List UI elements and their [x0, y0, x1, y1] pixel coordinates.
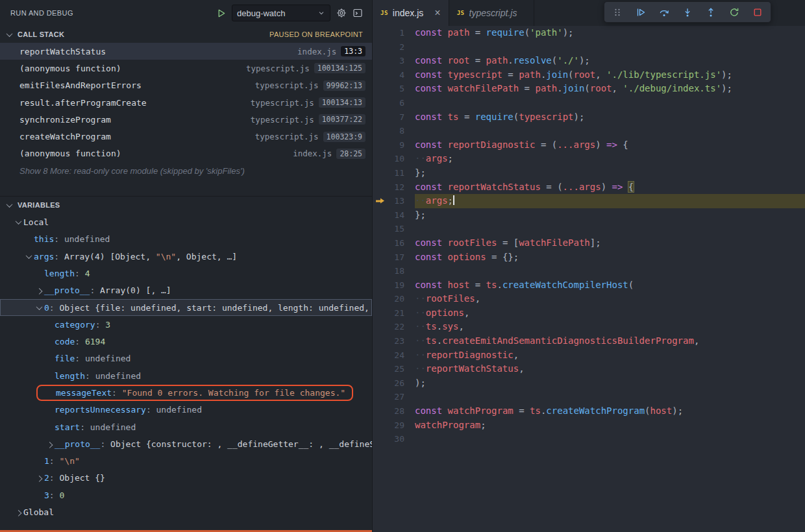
code-line[interactable]: 15: [373, 222, 805, 236]
code-line[interactable]: 7const ts = require(typescript);: [373, 110, 805, 125]
code-line[interactable]: 9const reportDiagnostic = (...args) => {: [373, 138, 805, 152]
variable-row[interactable]: reportsUnnecessary: undefined: [0, 402, 372, 418]
start-debug-button[interactable]: [216, 8, 226, 18]
gutter[interactable]: 7: [373, 110, 415, 125]
drag-handle-icon[interactable]: [606, 3, 629, 21]
scope-row[interactable]: Global: [0, 503, 372, 520]
gutter[interactable]: 28: [373, 404, 415, 418]
gutter[interactable]: 23: [373, 334, 415, 348]
variable-row[interactable]: 3: 0: [0, 487, 372, 503]
code-line[interactable]: 16const rootFiles = [watchFilePath];: [373, 236, 805, 250]
gutter[interactable]: 17: [373, 250, 415, 265]
variable-row[interactable]: length: undefined: [0, 367, 372, 384]
code-line[interactable]: 20··rootFiles,: [373, 292, 805, 306]
code-line[interactable]: 3const root = path.resolve('./');: [373, 54, 805, 68]
continue-button[interactable]: [629, 3, 652, 21]
gutter[interactable]: 8: [373, 124, 415, 138]
scope-row[interactable]: Local: [0, 213, 372, 230]
gutter[interactable]: 15: [373, 222, 415, 236]
debug-config-dropdown[interactable]: debug-watch: [232, 5, 330, 21]
gutter[interactable]: 30: [373, 432, 415, 446]
gutter[interactable]: 2: [373, 40, 415, 54]
stop-button[interactable]: [746, 3, 769, 21]
code-editor[interactable]: 1const path = require('path');23const ro…: [373, 26, 805, 446]
variable-row[interactable]: args: Array(4) [Object, "\n", Object, …]: [0, 248, 372, 265]
gutter[interactable]: 12: [373, 180, 415, 195]
code-line[interactable]: 10··args;: [373, 152, 805, 166]
variable-row[interactable]: category: 3: [0, 316, 372, 333]
tab-typescript-js[interactable]: JS typescript.js: [449, 0, 535, 26]
chevron-down-icon[interactable]: [23, 254, 34, 259]
chevron-down-icon[interactable]: [13, 220, 23, 224]
call-stack-frame[interactable]: (anonymous function)typescript.js100134:…: [0, 60, 372, 77]
code-line[interactable]: 6: [373, 96, 805, 110]
gutter[interactable]: 18: [373, 264, 415, 278]
code-line[interactable]: 25··reportWatchStatus,: [373, 362, 805, 376]
call-stack-frame[interactable]: emitFilesAndReportErrorstypescript.js999…: [0, 77, 372, 94]
step-out-button[interactable]: [699, 3, 723, 21]
gutter[interactable]: 19: [373, 278, 415, 293]
tab-index-js[interactable]: JS index.js ×: [373, 0, 449, 26]
gutter[interactable]: 14: [373, 208, 415, 223]
code-line[interactable]: 4const typescript = path.join(root, './l…: [373, 68, 805, 82]
variable-row[interactable]: this: undefined: [0, 231, 372, 248]
variables-header[interactable]: VARIABLES: [0, 197, 372, 213]
gutter[interactable]: 21: [373, 306, 415, 320]
gutter[interactable]: 5: [373, 82, 415, 96]
code-line[interactable]: 23··ts.createEmitAndSemanticDiagnosticsB…: [373, 334, 805, 348]
gutter[interactable]: 11: [373, 166, 415, 180]
gutter[interactable]: 24: [373, 348, 415, 363]
code-line[interactable]: 8: [373, 124, 805, 138]
code-line[interactable]: 13··args;: [373, 194, 805, 208]
show-more-link[interactable]: Show 8 More: read-only core module (skip…: [0, 162, 372, 179]
call-stack-frame[interactable]: createWatchProgramtypescript.js100323:9: [0, 128, 372, 145]
code-line[interactable]: 19const host = ts.createWatchCompilerHos…: [373, 278, 805, 293]
step-over-button[interactable]: [652, 3, 676, 21]
code-line[interactable]: 22··ts.sys,: [373, 320, 805, 334]
gutter[interactable]: 10: [373, 152, 415, 166]
call-stack-frame[interactable]: reportWatchStatusindex.js13:3: [0, 43, 372, 60]
code-line[interactable]: 11};: [373, 166, 805, 180]
restart-button[interactable]: [723, 3, 746, 21]
code-line[interactable]: 1const path = require('path');: [373, 26, 805, 40]
gutter[interactable]: 25: [373, 362, 415, 376]
chevron-down-icon[interactable]: [34, 306, 44, 310]
chevron-right-icon[interactable]: [34, 476, 44, 480]
gutter[interactable]: 20: [373, 292, 415, 306]
variable-row[interactable]: file: undefined: [0, 350, 372, 367]
code-line[interactable]: 28const watchProgram = ts.createWatchPro…: [373, 404, 805, 418]
code-line[interactable]: 27: [373, 390, 805, 404]
variable-row[interactable]: code: 6194: [0, 333, 372, 350]
call-stack-frame[interactable]: result.afterProgramCreatetypescript.js10…: [0, 94, 372, 111]
variable-row[interactable]: length: 4: [0, 265, 372, 282]
call-stack-header[interactable]: CALL STACK PAUSED ON BREAKPOINT: [0, 26, 372, 43]
gutter[interactable]: 16: [373, 236, 415, 250]
variable-row[interactable]: __proto__: Array(0) [, …]: [0, 282, 372, 299]
gear-icon[interactable]: [336, 8, 347, 18]
gutter[interactable]: 3: [373, 54, 415, 68]
gutter[interactable]: 9: [373, 138, 415, 152]
gutter[interactable]: 22: [373, 320, 415, 334]
call-stack-frame[interactable]: (anonymous function)index.js28:25: [0, 145, 372, 162]
chevron-right-icon[interactable]: [44, 442, 55, 446]
chevron-right-icon[interactable]: [34, 288, 44, 293]
variable-row[interactable]: start: undefined: [0, 418, 372, 435]
code-line[interactable]: 14};: [373, 208, 805, 223]
gutter[interactable]: 26: [373, 376, 415, 391]
code-line[interactable]: 26);: [373, 376, 805, 391]
call-stack-frame[interactable]: synchronizeProgramtypescript.js100377:22: [0, 111, 372, 128]
debug-console-icon[interactable]: [353, 8, 363, 18]
code-line[interactable]: 2: [373, 40, 805, 54]
gutter[interactable]: 27: [373, 390, 415, 404]
gutter[interactable]: 6: [373, 96, 415, 110]
code-line[interactable]: 21··options,: [373, 306, 805, 320]
variable-row[interactable]: 0: Object {file: undefined, start: undef…: [0, 299, 372, 316]
code-line[interactable]: 5const watchFilePath = path.join(root, '…: [373, 82, 805, 96]
code-line[interactable]: 17const options = {};: [373, 250, 805, 265]
chevron-right-icon[interactable]: [13, 510, 23, 514]
variable-row[interactable]: __proto__: Object {constructor: , __defi…: [0, 435, 372, 452]
code-line[interactable]: 18: [373, 264, 805, 278]
variable-row[interactable]: 2: Object {}: [0, 470, 372, 487]
gutter[interactable]: 13: [373, 194, 415, 208]
gutter[interactable]: 1: [373, 26, 415, 40]
